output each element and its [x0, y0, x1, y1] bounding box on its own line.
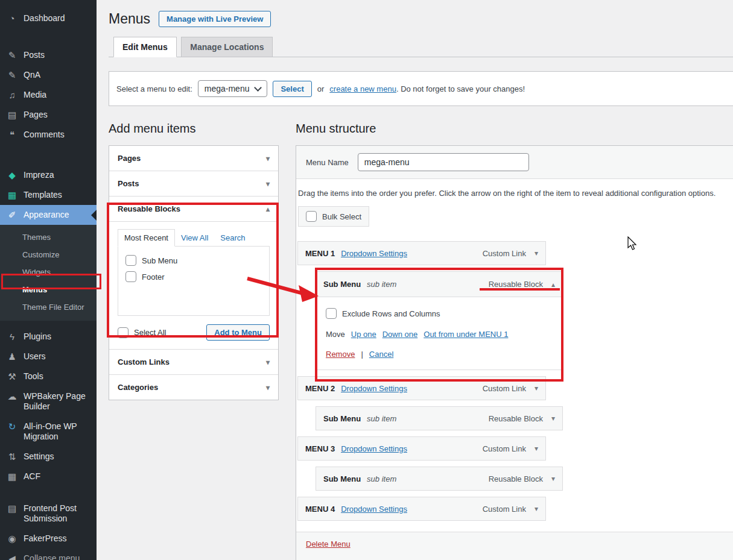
- accordion-label: Pages: [118, 154, 141, 163]
- sidebar-item-label: Plugins: [24, 332, 51, 342]
- collapse-arrow-icon[interactable]: ▴: [551, 282, 555, 288]
- expand-arrow-icon[interactable]: ▾: [535, 250, 538, 256]
- sidebar-item-acf[interactable]: ▦ ACF: [0, 467, 97, 486]
- sidebar-item-media[interactable]: ♫ Media: [0, 85, 97, 105]
- sidebar-item-label: Frontend Post Submission: [24, 503, 90, 524]
- reusable-blocks-footer: Select All Add to Menu: [118, 324, 270, 341]
- dropdown-settings-link[interactable]: Dropdown Settings: [341, 249, 407, 258]
- expand-arrow-icon[interactable]: ▾: [551, 415, 555, 421]
- menu-item-menu-1[interactable]: MENU 1 Dropdown Settings Custom Link ▾: [297, 241, 546, 265]
- menu-item-title: MENU 1: [305, 249, 335, 258]
- sidebar-item-pages[interactable]: ▤ Pages: [0, 105, 97, 125]
- menu-item-menu-3[interactable]: MENU 3 Dropdown Settings Custom Link ▾: [297, 436, 546, 461]
- tab-edit-menus[interactable]: Edit Menus: [113, 37, 177, 57]
- sidebar-item-wpbakery[interactable]: ☁ WPBakery Page Builder: [0, 386, 97, 417]
- sidebar-item-label: Comments: [24, 130, 65, 140]
- menu-name-input[interactable]: [358, 153, 529, 171]
- accordion-pages[interactable]: Pages ▾: [109, 146, 278, 171]
- manage-live-preview-button[interactable]: Manage with Live Preview: [159, 11, 271, 27]
- accordion-label: Categories: [118, 383, 158, 392]
- checkbox-icon: [125, 271, 136, 282]
- collapse-menu-button[interactable]: ◀ Collapse menu: [0, 549, 97, 560]
- templates-icon: ▦: [6, 190, 18, 200]
- sidebar-item-aio-migration[interactable]: ↻ All-in-One WP Migration: [0, 417, 97, 447]
- expand-arrow-icon[interactable]: ▾: [551, 476, 555, 482]
- expand-arrow-icon[interactable]: ▾: [535, 445, 538, 451]
- sidebar-item-dashboard[interactable]: ◔ Dashboard: [0, 8, 97, 28]
- add-to-menu-button[interactable]: Add to Menu: [206, 324, 270, 341]
- tab-search[interactable]: Search: [214, 230, 251, 246]
- chevron-down-icon: ▾: [266, 359, 270, 365]
- accordion-categories[interactable]: Categories ▾: [109, 374, 278, 400]
- select-menu-label: Select a menu to edit:: [116, 84, 192, 93]
- select-button[interactable]: Select: [273, 81, 311, 97]
- sidebar-item-qna[interactable]: ✎ QnA: [0, 65, 97, 85]
- menu-item-menu-4[interactable]: MENU 4 Dropdown Settings Custom Link ▾: [297, 497, 546, 521]
- menu-item-menu-2[interactable]: MENU 2 Dropdown Settings Custom Link ▾: [297, 376, 546, 400]
- wordpress-menus-page: ◔ Dashboard ✎ Posts ✎ QnA ♫ Media ▤ Page…: [0, 0, 733, 560]
- sidebar-item-settings[interactable]: ⇅ Settings: [0, 447, 97, 467]
- sidebar-item-frontend-post-submission[interactable]: ▤ Frontend Post Submission: [0, 499, 97, 529]
- sidebar-item-templates[interactable]: ▦ Templates: [0, 185, 97, 205]
- dropdown-settings-link[interactable]: Dropdown Settings: [341, 444, 407, 453]
- sidebar-item-label: Collapse menu: [24, 553, 80, 560]
- sidebar-item-widgets[interactable]: Widgets: [0, 263, 97, 281]
- plugin-icon: ϟ: [6, 332, 18, 342]
- tab-most-recent[interactable]: Most Recent: [118, 229, 175, 247]
- sidebar-item-users[interactable]: ♟ Users: [0, 347, 97, 367]
- accordion-reusable-blocks[interactable]: Reusable Blocks ▴: [109, 196, 278, 221]
- create-new-menu-link[interactable]: create a new menu: [329, 84, 396, 93]
- checkbox-footer[interactable]: Footer: [125, 271, 262, 282]
- sidebar-item-tools[interactable]: ⚒ Tools: [0, 367, 97, 386]
- sidebar-item-theme-file-editor[interactable]: Theme File Editor: [0, 298, 97, 316]
- accordion-label: Reusable Blocks: [118, 204, 180, 213]
- accordion-posts[interactable]: Posts ▾: [109, 171, 278, 196]
- sidebar-item-label: Impreza: [24, 170, 54, 180]
- sidebar-item-menus[interactable]: Menus: [0, 281, 97, 298]
- sidebar-item-impreza[interactable]: ◆ Impreza: [0, 165, 97, 185]
- menu-structure-heading: Menu structure: [296, 122, 733, 136]
- move-out-link[interactable]: Out from under MENU 1: [424, 330, 508, 339]
- remove-link[interactable]: Remove: [326, 350, 355, 359]
- sidebar-item-fakerpress[interactable]: ◉ FakerPress: [0, 529, 97, 549]
- menu-name-row: Menu Name: [296, 146, 733, 179]
- dropdown-settings-link[interactable]: Dropdown Settings: [341, 384, 407, 393]
- sidebar-item-comments[interactable]: ❝ Comments: [0, 125, 97, 145]
- pages-icon: ▤: [6, 110, 18, 120]
- brush-icon: ✐: [6, 210, 18, 220]
- menu-item-hint: sub item: [367, 280, 396, 289]
- person-circle-icon: ◉: [6, 533, 18, 544]
- chevron-down-icon: ▾: [266, 385, 270, 391]
- checkbox-sub-menu[interactable]: Sub Menu: [125, 255, 262, 266]
- select-all-checkbox[interactable]: Select All: [118, 327, 166, 338]
- drag-help-text: Drag the items into the order you prefer…: [298, 189, 726, 198]
- cancel-link[interactable]: Cancel: [369, 350, 393, 359]
- remove-cancel-row: Remove | Cancel: [326, 350, 553, 359]
- sidebar-item-themes[interactable]: Themes: [0, 228, 97, 246]
- sidebar-item-customize[interactable]: Customize: [0, 246, 97, 263]
- move-up-one-link[interactable]: Up one: [351, 330, 376, 339]
- menu-item-sub-menu-2[interactable]: Sub Menu sub item Reusable Block ▾: [316, 406, 563, 430]
- admin-sidebar: ◔ Dashboard ✎ Posts ✎ QnA ♫ Media ▤ Page…: [0, 0, 97, 560]
- dropdown-settings-link[interactable]: Dropdown Settings: [341, 505, 407, 514]
- tab-view-all[interactable]: View All: [175, 230, 214, 246]
- expand-arrow-icon[interactable]: ▾: [535, 385, 538, 391]
- exclude-rows-columns-checkbox[interactable]: Exclude Rows and Columns: [326, 308, 553, 319]
- expand-arrow-icon[interactable]: ▾: [535, 506, 538, 512]
- tab-manage-locations[interactable]: Manage Locations: [181, 37, 273, 57]
- sidebar-item-posts[interactable]: ✎ Posts: [0, 45, 97, 65]
- menu-item-sub-menu-3[interactable]: Sub Menu sub item Reusable Block ▾: [316, 467, 563, 491]
- migration-icon: ↻: [6, 421, 18, 432]
- accordion-label: Posts: [118, 179, 139, 188]
- menu-select-dropdown[interactable]: mega-menu: [198, 80, 268, 97]
- menu-item-sub-menu-expanded: Sub Menu sub item Reusable Block ▴ Exclu…: [316, 271, 563, 370]
- move-down-one-link[interactable]: Down one: [382, 330, 418, 339]
- tab-bar: Edit Menus Manage Locations: [109, 37, 733, 57]
- sub-menu-header[interactable]: Sub Menu sub item Reusable Block ▴: [316, 272, 562, 297]
- sidebar-item-plugins[interactable]: ϟ Plugins: [0, 327, 97, 347]
- delete-menu-link[interactable]: Delete Menu: [306, 540, 351, 549]
- checkbox-label: Select All: [134, 328, 166, 337]
- bulk-select-checkbox[interactable]: Bulk Select: [298, 206, 369, 227]
- accordion-custom-links[interactable]: Custom Links ▾: [109, 349, 278, 374]
- sidebar-item-appearance[interactable]: ✐ Appearance: [0, 205, 97, 225]
